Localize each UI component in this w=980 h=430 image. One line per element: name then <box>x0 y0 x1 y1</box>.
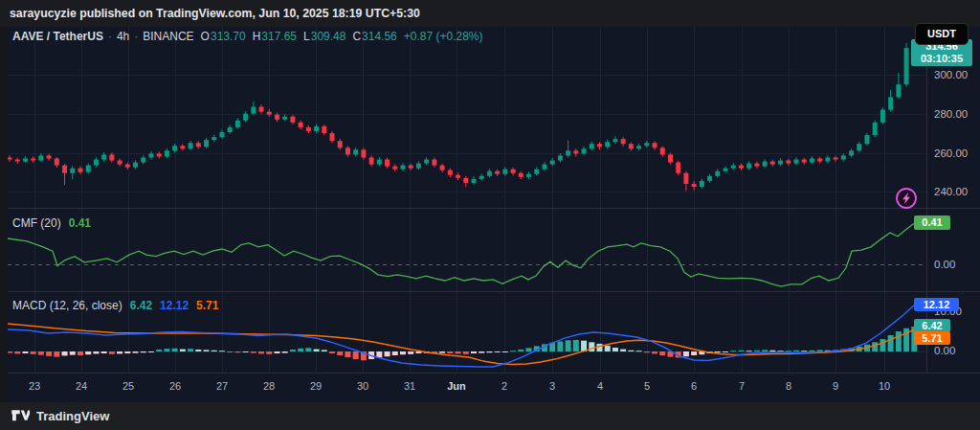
svg-text:0.00: 0.00 <box>934 259 955 270</box>
cmf-value: 0.41 <box>69 216 91 230</box>
open-label: O <box>201 30 210 43</box>
low-label: L <box>303 30 310 43</box>
currency-toggle-button[interactable]: USDT <box>915 23 969 45</box>
close-value: 314.56 <box>362 30 397 43</box>
svg-text:10: 10 <box>879 380 890 392</box>
macd-title: MACD (12, 26, close) <box>12 299 122 312</box>
symbol-name: AAVE / TetherUS <box>12 30 103 43</box>
legend-separator: · <box>134 30 138 43</box>
bar-countdown: 03:10:35 <box>911 53 972 65</box>
candlestick-series <box>8 40 917 191</box>
tradingview-published-chart: 300.00280.00260.00240.000.0010.000.00232… <box>0 0 980 430</box>
svg-text:25: 25 <box>122 380 134 392</box>
svg-text:240.00: 240.00 <box>934 186 968 197</box>
macd-hist-value: 6.42 <box>130 299 152 312</box>
svg-text:7: 7 <box>739 380 745 392</box>
open-value: 313.70 <box>211 30 246 43</box>
macd-legend[interactable]: MACD (12, 26, close) 6.42 12.12 5.71 <box>12 299 218 312</box>
svg-text:280.00: 280.00 <box>934 108 968 120</box>
macd-signal-line <box>8 324 915 365</box>
svg-text:2: 2 <box>501 380 507 392</box>
svg-text:6: 6 <box>691 380 697 392</box>
macd-line-badge: 12.12 <box>914 298 959 311</box>
cmf-line <box>8 221 919 286</box>
change-value: +0.87 (+0.28%) <box>404 30 483 43</box>
macd-line-value: 12.12 <box>160 299 189 312</box>
legend-separator: · <box>108 30 112 43</box>
close-label: C <box>352 30 361 43</box>
svg-text:4: 4 <box>597 380 603 392</box>
pane-separators <box>0 27 980 373</box>
macd-hist-badge: 6.42 <box>914 319 950 332</box>
macd-signal-badge: 5.71 <box>914 331 950 345</box>
macd-signal-value: 5.71 <box>196 299 218 312</box>
macd-main-line <box>8 305 915 367</box>
interval-label: 4h <box>117 30 129 43</box>
cmf-legend[interactable]: CMF (20) 0.41 <box>12 216 91 230</box>
cmf-value-badge: 0.41 <box>914 215 950 230</box>
grid <box>8 27 926 373</box>
macd-histogram <box>7 327 917 360</box>
svg-text:31: 31 <box>404 380 415 392</box>
low-value: 309.48 <box>311 30 346 43</box>
svg-text:0.00: 0.00 <box>934 345 955 356</box>
left-edge-strip <box>0 27 8 402</box>
svg-text:9: 9 <box>833 380 838 392</box>
exchange-label: BINANCE <box>143 30 193 43</box>
svg-text:29: 29 <box>310 380 322 392</box>
svg-text:5: 5 <box>644 380 650 392</box>
attribution-text: sarayucyzie published on TradingView.com… <box>10 7 420 20</box>
svg-text:30: 30 <box>357 380 368 392</box>
footer-bar: TradingView <box>0 402 980 430</box>
price-axis-labels[interactable]: 300.00280.00260.00240.000.0010.000.00 <box>934 69 968 356</box>
svg-text:27: 27 <box>216 380 228 392</box>
svg-text:300.00: 300.00 <box>934 69 968 80</box>
svg-text:23: 23 <box>29 380 40 392</box>
svg-text:8: 8 <box>786 380 791 392</box>
svg-text:24: 24 <box>76 380 87 392</box>
cmf-title: CMF (20) <box>12 216 61 230</box>
svg-text:28: 28 <box>263 380 275 392</box>
svg-text:3: 3 <box>549 380 555 392</box>
time-axis-labels[interactable]: 232425262728293031Jun2345678910 <box>29 380 890 392</box>
chart-canvas[interactable]: 300.00280.00260.00240.000.0010.000.00232… <box>0 0 980 430</box>
attribution-bar: sarayucyzie published on TradingView.com… <box>0 0 980 27</box>
tradingview-brand[interactable]: TradingView <box>36 409 109 423</box>
svg-text:26: 26 <box>169 380 181 392</box>
svg-text:Jun: Jun <box>447 380 466 392</box>
symbol-legend[interactable]: AAVE / TetherUS · 4h · BINANCE O 313.70 … <box>12 30 483 43</box>
svg-text:260.00: 260.00 <box>934 147 968 159</box>
high-label: H <box>253 30 261 43</box>
high-value: 317.65 <box>261 30 297 43</box>
tradingview-logo-icon[interactable] <box>11 408 30 424</box>
flash-icon[interactable] <box>897 189 916 208</box>
